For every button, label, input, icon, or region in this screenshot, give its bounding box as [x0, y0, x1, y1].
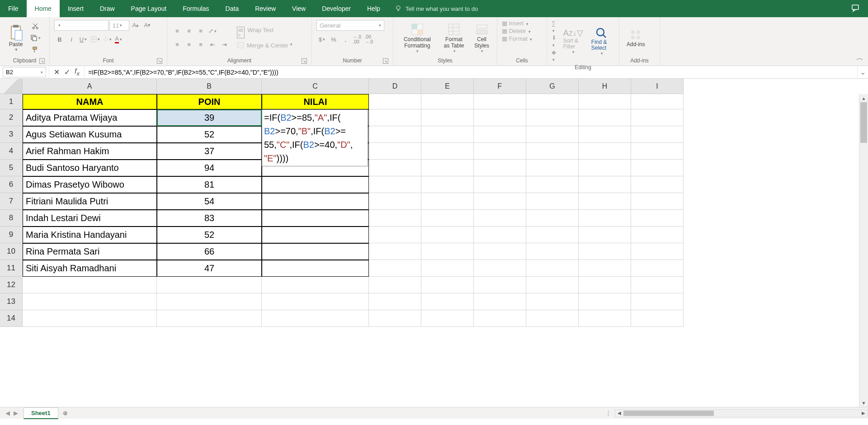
number-format-combo[interactable]: General▾ [316, 20, 384, 31]
cell[interactable] [579, 193, 631, 210]
horizontal-scrollbar[interactable]: ◀ ▶ [615, 409, 868, 417]
cell[interactable] [421, 176, 474, 193]
cell[interactable] [631, 210, 684, 227]
underline-button[interactable]: U▾ [78, 34, 89, 44]
cell[interactable] [474, 310, 526, 327]
cell[interactable] [474, 277, 526, 293]
tab-review[interactable]: Review [247, 0, 284, 17]
cell[interactable] [579, 293, 631, 310]
cell[interactable] [369, 143, 421, 160]
cell[interactable] [421, 160, 474, 176]
dialog-launcher-icon[interactable]: ↘ [39, 58, 45, 64]
tab-draw[interactable]: Draw [92, 0, 123, 17]
cell[interactable] [579, 109, 631, 126]
cell[interactable] [631, 176, 684, 193]
row-header[interactable]: 14 [0, 310, 23, 327]
cell[interactable]: 81 [157, 176, 262, 193]
cell[interactable] [421, 277, 474, 293]
row-header[interactable]: 12 [0, 277, 23, 293]
insert-cells-button[interactable]: ▦ Insert ▾ [502, 20, 528, 27]
cell[interactable] [526, 227, 579, 243]
cell[interactable] [421, 260, 474, 277]
cell[interactable] [631, 260, 684, 277]
column-header[interactable]: B [157, 79, 262, 94]
cell[interactable] [369, 310, 421, 327]
cell[interactable] [23, 310, 157, 327]
cell[interactable] [262, 277, 369, 293]
tab-page-layout[interactable]: Page Layout [123, 0, 175, 17]
addins-button[interactable]: Add-ins [624, 28, 648, 48]
align-center-button[interactable]: ≡ [184, 40, 194, 50]
sheet-tab[interactable]: Sheet1 [24, 407, 58, 419]
format-cells-button[interactable]: ▦ Format ▾ [502, 35, 532, 42]
cell[interactable] [262, 176, 369, 193]
cell[interactable] [474, 227, 526, 243]
collapse-ribbon-button[interactable]: ︿ [856, 53, 863, 63]
align-bottom-button[interactable]: ≡ [195, 26, 206, 36]
decrease-indent-button[interactable]: ⇤ [207, 40, 218, 50]
cell[interactable]: Maria Kristina Handayani [23, 227, 157, 243]
scroll-right-button[interactable]: ▶ [859, 411, 868, 416]
comma-format-button[interactable]: , [340, 34, 351, 44]
italic-button[interactable]: I [66, 34, 77, 44]
copy-button[interactable]: ▾ [30, 33, 41, 43]
cell[interactable] [262, 293, 369, 310]
fill-button[interactable]: ⬇ ▾ [552, 34, 558, 48]
cell[interactable] [369, 243, 421, 260]
cell[interactable] [526, 243, 579, 260]
bold-button[interactable]: B [54, 34, 65, 44]
cell[interactable] [526, 143, 579, 160]
row-header[interactable]: 3 [0, 126, 23, 143]
cell[interactable] [579, 243, 631, 260]
tab-file[interactable]: File [0, 0, 27, 17]
column-header[interactable]: E [421, 79, 474, 94]
cell[interactable] [631, 143, 684, 160]
column-header[interactable]: G [526, 79, 579, 94]
cell[interactable] [474, 243, 526, 260]
cell[interactable] [157, 310, 262, 327]
cell[interactable] [474, 94, 526, 109]
dialog-launcher-icon[interactable]: ↘ [302, 58, 307, 64]
align-middle-button[interactable]: ≡ [184, 26, 194, 36]
align-left-button[interactable]: ≡ [172, 40, 183, 50]
cell[interactable]: 54 [157, 193, 262, 210]
cell[interactable]: Indah Lestari Dewi [23, 210, 157, 227]
cell[interactable] [579, 94, 631, 109]
cell[interactable] [526, 193, 579, 210]
cell[interactable]: 52 [157, 227, 262, 243]
conditional-formatting-button[interactable]: Conditional Formatting▾ [398, 21, 437, 54]
cell[interactable]: 37 [157, 143, 262, 160]
align-top-button[interactable]: ≡ [172, 26, 183, 36]
borders-button[interactable]: ▾ [90, 34, 100, 44]
cell[interactable] [579, 126, 631, 143]
cell[interactable] [631, 293, 684, 310]
row-header[interactable]: 11 [0, 260, 23, 277]
cell[interactable] [526, 210, 579, 227]
cell[interactable] [579, 210, 631, 227]
cell[interactable] [526, 293, 579, 310]
percent-format-button[interactable]: % [328, 34, 339, 44]
cell[interactable] [526, 126, 579, 143]
vertical-scrollbar[interactable]: ▲ ▼ [859, 94, 868, 407]
dialog-launcher-icon[interactable]: ↘ [157, 58, 162, 64]
cell[interactable] [421, 94, 474, 109]
sheet-nav-prev[interactable]: ◀ [5, 410, 10, 416]
column-header[interactable]: H [579, 79, 631, 94]
cell[interactable] [421, 126, 474, 143]
fill-color-button[interactable]: ▾ [101, 34, 112, 44]
cell[interactable] [579, 143, 631, 160]
cell[interactable]: POIN [157, 94, 262, 109]
cell[interactable] [262, 193, 369, 210]
row-header[interactable]: 7 [0, 193, 23, 210]
cell[interactable]: 66 [157, 243, 262, 260]
cell[interactable] [631, 126, 684, 143]
cell[interactable] [526, 109, 579, 126]
cell[interactable] [631, 310, 684, 327]
column-header[interactable]: I [631, 79, 684, 94]
cell[interactable] [23, 277, 157, 293]
enter-formula-button[interactable]: ✓ [64, 68, 70, 76]
increase-indent-button[interactable]: ⇥ [219, 40, 230, 50]
cell[interactable] [421, 310, 474, 327]
cell[interactable] [474, 293, 526, 310]
cell[interactable] [421, 227, 474, 243]
